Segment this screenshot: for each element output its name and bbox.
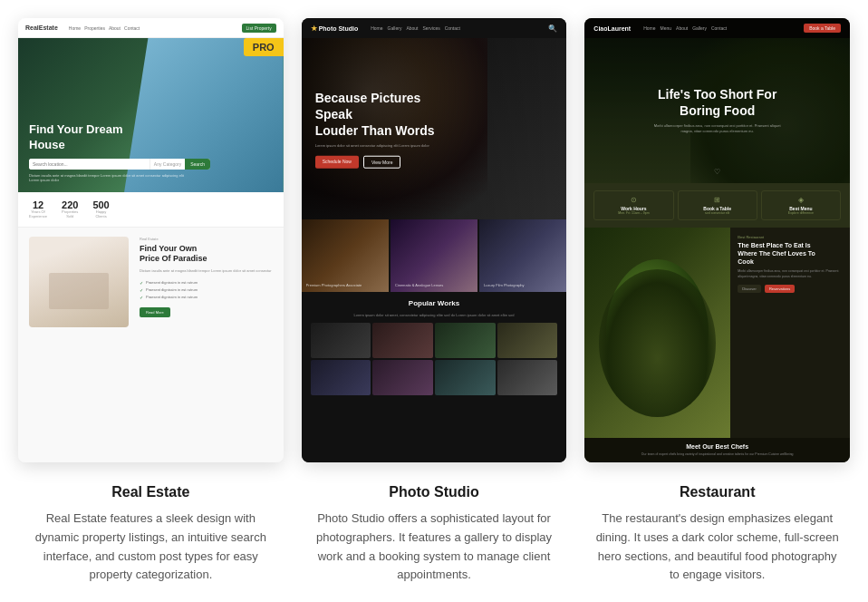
re-stats-row: 12 Years OfExperience 220 PropertiesSold… xyxy=(18,192,284,228)
rest-nav-contact[interactable]: Contact xyxy=(711,25,727,31)
re-nav-contact[interactable]: Contact xyxy=(124,25,140,31)
ps-gallery-item-1[interactable]: Premium Photographers Associate xyxy=(302,219,391,292)
ps-nav-services[interactable]: Services xyxy=(422,25,439,31)
re-nav-home[interactable]: Home xyxy=(69,25,81,31)
rest-hero-description: Morbi ullamcorper finibus arcu, non cons… xyxy=(651,124,784,135)
re-search-bar[interactable]: Any Category Search xyxy=(29,159,210,170)
label-photo-studio-title: Photo Studio xyxy=(311,484,558,500)
rest-feature-menu-detail: Explore difference xyxy=(766,211,836,215)
re-search-button[interactable]: Search xyxy=(185,159,210,170)
ps-hero-description: Lorem ipsum dolor sit amet consectur adi… xyxy=(315,142,442,148)
re-feature-3: Praesent dignissim in est rutrum xyxy=(140,294,273,301)
ps-work-1[interactable] xyxy=(311,323,371,358)
ps-work-2[interactable] xyxy=(372,323,433,358)
ps-gal-label-1: Premium Photographers Associate xyxy=(306,283,362,287)
rest-nav-logo: CiaoLaurent xyxy=(593,25,631,32)
re-nav-logo: RealEstate xyxy=(25,24,58,31)
rest-nav-menu[interactable]: Menu xyxy=(661,25,672,31)
re-feature-1: Praesent dignissim in est rutrum xyxy=(140,279,273,286)
re-nav-about[interactable]: About xyxy=(109,25,121,31)
rest-tags: Discover Reservations xyxy=(738,285,843,293)
re-property-img-inner xyxy=(29,237,129,327)
re-property-section: Real Estate Find Your OwnPrice Of Paradi… xyxy=(18,228,284,462)
ps-nav-logo: ★ Photo Studio xyxy=(311,24,359,33)
re-search-category[interactable]: Any Category xyxy=(149,159,185,170)
label-restaurant: Restaurant The restaurant's design empha… xyxy=(584,484,850,585)
rest-clock-icon: ⊙ xyxy=(598,196,669,204)
rest-feature-booking[interactable]: ⊞ Book a Table sod consectur elit xyxy=(678,190,757,220)
rest-tag-discover[interactable]: Discover xyxy=(738,285,761,293)
ps-gallery-item-2[interactable]: Cinematic & Analogue Lenses xyxy=(391,219,479,292)
re-stat-properties-label: PropertiesSold xyxy=(62,210,78,219)
ps-work-3[interactable] xyxy=(435,323,496,358)
ps-nav-contact[interactable]: Contact xyxy=(445,25,460,31)
rest-side-description: Morbi ullamcorper finibus arcu, non cons… xyxy=(738,269,843,279)
re-search-input[interactable] xyxy=(29,159,149,170)
rest-split-section: Best Restaurant The Best Place To Eat Is… xyxy=(584,228,850,438)
rest-hero-text: Life's Too Short ForBoring Food Morbi ul… xyxy=(651,86,784,134)
ps-hero-text: Because Pictures SpeakLouder Than Words … xyxy=(315,90,460,169)
rest-plate-image xyxy=(606,259,709,406)
re-hero-title: Find Your Dream House xyxy=(29,122,138,153)
rest-feature-menu[interactable]: ◈ Best Menu Explore difference xyxy=(761,190,841,220)
rest-chefs-description: Our team of expert chefs bring variety o… xyxy=(592,452,843,457)
labels-row: Real Estate Real Estate features a sleek… xyxy=(18,484,850,585)
rest-feature-booking-detail: sod consectur elit xyxy=(682,211,753,215)
photo-studio-screenshot[interactable]: ★ Photo Studio Home Gallery About Servic… xyxy=(302,18,567,462)
ps-work-5[interactable] xyxy=(311,360,371,395)
ps-nav-links: Home Gallery About Services Contact xyxy=(371,25,460,31)
label-photo-studio-description: Photo Studio offers a sophisticated layo… xyxy=(311,510,558,585)
ps-work-6[interactable] xyxy=(372,360,433,395)
rest-table-icon: ⊞ xyxy=(682,196,753,204)
ps-gallery-item-3[interactable]: Luxury Film Photography xyxy=(479,219,566,292)
label-restaurant-title: Restaurant xyxy=(593,484,841,500)
ps-logo-text: Photo Studio xyxy=(319,25,359,32)
ps-work-4[interactable] xyxy=(497,323,558,358)
ps-schedule-button[interactable]: Schedule Now xyxy=(315,155,359,168)
rest-side-panel: Best Restaurant The Best Place To Eat Is… xyxy=(730,228,850,438)
ps-popular-description: Lorem ipsum dolor sit amet, consectetur … xyxy=(311,313,558,317)
ps-popular-section: Popular Works Lorem ipsum dolor sit amet… xyxy=(302,292,567,462)
re-property-breadcrumb: Real Estate xyxy=(140,237,273,241)
rest-nav-home[interactable]: Home xyxy=(643,25,655,31)
rest-nav-gallery[interactable]: Gallery xyxy=(692,25,707,31)
rest-heart-icon: ♡ xyxy=(714,168,720,176)
re-feature-list: Praesent dignissim in est rutrum Praesen… xyxy=(140,279,273,301)
real-estate-screenshot[interactable]: RealEstate Home Properties About Contact… xyxy=(18,18,284,462)
ps-star-icon: ★ xyxy=(311,24,317,33)
re-nav-cta[interactable]: List Property xyxy=(242,24,276,33)
rest-side-title: The Best Place To Eat IsWhere The Chef L… xyxy=(738,241,843,266)
label-real-estate: Real Estate Real Estate features a sleek… xyxy=(18,484,284,585)
ps-nav-gallery[interactable]: Gallery xyxy=(388,25,402,31)
photo-studio-card: ★ Photo Studio Home Gallery About Servic… xyxy=(302,18,567,462)
rest-chefs-section: Meet Our Best Chefs Our team of expert c… xyxy=(584,438,850,462)
re-hero: Find Your Dream House Any Category Searc… xyxy=(18,38,284,192)
ps-viewmore-button[interactable]: View More xyxy=(363,155,401,168)
re-stat-properties: 220 PropertiesSold xyxy=(62,199,78,219)
label-real-estate-title: Real Estate xyxy=(27,484,275,500)
re-property-image xyxy=(29,237,129,327)
rest-nav-cta[interactable]: Book a Table xyxy=(804,24,841,33)
rest-features-row: ⊙ Work Hours Mon. Fri: 11am – 9pm ⊞ Book… xyxy=(584,183,850,228)
ps-hero-buttons: Schedule Now View More xyxy=(315,155,460,168)
rest-nav-about[interactable]: About xyxy=(676,25,688,31)
ps-work-8[interactable] xyxy=(497,360,558,395)
ps-nav-home[interactable]: Home xyxy=(371,25,382,31)
re-navbar: RealEstate Home Properties About Contact… xyxy=(18,18,284,38)
re-readmore-button[interactable]: Read More xyxy=(140,307,170,317)
re-nav-properties[interactable]: Properties xyxy=(84,25,105,31)
restaurant-screenshot[interactable]: CiaoLaurent Home Menu About Gallery Cont… xyxy=(584,18,850,462)
rest-feature-hours: ⊙ Work Hours Mon. Fri: 11am – 9pm xyxy=(593,190,673,220)
rest-feature-hours-detail: Mon. Fri: 11am – 9pm xyxy=(598,211,669,215)
ps-search-icon[interactable]: 🔍 xyxy=(548,24,557,33)
re-property-details: Real Estate Find Your OwnPrice Of Paradi… xyxy=(129,237,273,453)
ps-gal-label-2: Cinematic & Analogue Lenses xyxy=(395,283,443,287)
rest-navbar: CiaoLaurent Home Menu About Gallery Cont… xyxy=(584,18,850,38)
ps-nav-about[interactable]: About xyxy=(406,25,418,31)
rest-tag-reservations[interactable]: Reservations xyxy=(765,285,795,293)
rest-hero: Life's Too Short ForBoring Food Morbi ul… xyxy=(584,38,850,183)
ps-navbar: ★ Photo Studio Home Gallery About Servic… xyxy=(302,18,567,38)
main-container: RealEstate Home Properties About Contact… xyxy=(0,0,868,602)
re-property-title: Find Your OwnPrice Of Paradise xyxy=(140,244,273,265)
ps-work-7[interactable] xyxy=(435,360,496,395)
